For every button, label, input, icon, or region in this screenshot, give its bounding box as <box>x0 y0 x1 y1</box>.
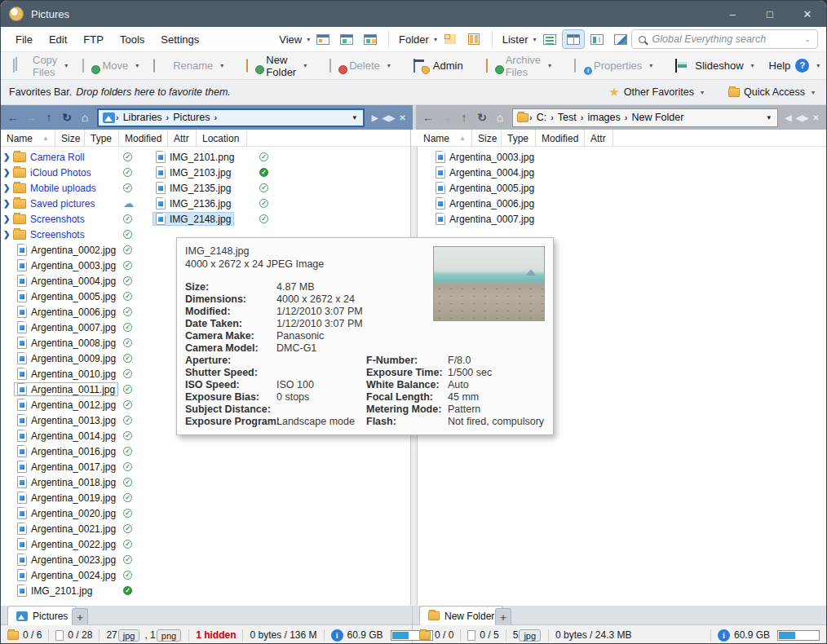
menu-tools[interactable]: Tools <box>112 31 153 48</box>
swap-panes-icon[interactable]: ◀▶ <box>382 113 396 122</box>
folder-row[interactable]: ❯ Mobile uploads <box>3 180 147 196</box>
menu-ftp[interactable]: FTP <box>75 31 112 48</box>
view-menu[interactable]: View <box>276 33 304 46</box>
toggle-dual-icon[interactable]: ▶ <box>368 113 382 122</box>
close-pane-icon[interactable]: ✕ <box>809 113 823 122</box>
folder-row[interactable]: ❯ Camera Roll <box>3 149 147 165</box>
delete-button[interactable]: Delete ▾ <box>322 56 398 76</box>
back-icon[interactable]: ← <box>4 111 22 124</box>
file-row[interactable]: IMG_2101.png <box>153 149 272 165</box>
other-favorites-button[interactable]: ★ Other Favorites ▾ <box>605 82 707 102</box>
file-row[interactable]: IMG_2101.jpg <box>3 583 147 598</box>
folder-row[interactable]: ❯ Saved pictures <box>3 196 147 211</box>
breadcrumb-item[interactable]: images <box>584 112 623 123</box>
expand-chevron-icon[interactable]: ❯ <box>3 230 13 239</box>
forward-icon[interactable]: → <box>22 111 40 124</box>
tab-new-folder[interactable]: New Folder <box>419 606 503 625</box>
extension-badge[interactable]: jpg <box>519 629 541 642</box>
lister-menu[interactable]: Lister <box>500 33 531 46</box>
forward-icon[interactable]: → <box>437 111 455 124</box>
extension-badge[interactable]: jpg <box>118 629 140 642</box>
slideshow-button[interactable]: Slideshow ▾ <box>668 56 761 76</box>
expand-chevron-icon[interactable]: ❯ <box>3 183 13 192</box>
close-button[interactable]: ✕ <box>789 1 826 27</box>
expand-chevron-icon[interactable]: ❯ <box>3 214 13 223</box>
header-type[interactable]: Type <box>85 130 119 147</box>
folder-dual-button[interactable] <box>463 30 484 48</box>
maximize-button[interactable]: □ <box>751 1 789 27</box>
view-thumbnails-button[interactable] <box>360 30 381 48</box>
right-breadcrumb[interactable]: › C: › Test › images <box>512 108 778 127</box>
file-row[interactable]: Argentina_0006.jpg <box>432 196 571 211</box>
file-row[interactable]: Argentina_0023.jpg <box>3 552 147 567</box>
file-row[interactable]: Argentina_0005.jpg <box>3 289 147 304</box>
back-icon[interactable]: ← <box>419 111 437 124</box>
file-row[interactable]: Argentina_0009.jpg <box>3 351 147 366</box>
expand-chevron-icon[interactable]: ❯ <box>3 168 13 177</box>
file-row[interactable]: Argentina_0011.jpg <box>3 382 147 397</box>
refresh-icon[interactable]: ↻ <box>58 111 76 124</box>
lister-single-button[interactable] <box>539 30 560 48</box>
file-row[interactable]: IMG_2103.jpg <box>153 165 272 180</box>
file-row[interactable]: Argentina_0004.jpg <box>432 165 571 180</box>
breadcrumb-item[interactable]: Test <box>555 112 580 123</box>
info-icon[interactable]: i <box>331 629 343 642</box>
file-row[interactable]: Argentina_0024.jpg <box>3 567 147 583</box>
up-icon[interactable]: ↑ <box>40 111 58 124</box>
toggle-dual-icon[interactable]: ◀ <box>781 113 795 122</box>
file-row[interactable]: Argentina_0017.jpg <box>3 459 147 474</box>
lister-dual-button[interactable] <box>563 30 584 48</box>
new-tab-button[interactable]: + <box>495 608 511 625</box>
left-breadcrumb[interactable]: › Libraries › Pictures › ▾ <box>97 108 365 127</box>
header-location[interactable]: Location <box>197 130 247 147</box>
file-row[interactable]: Argentina_0020.jpg <box>3 505 147 521</box>
new-folder-button[interactable]: New Folder ▾ <box>239 51 314 82</box>
header-size[interactable]: Size <box>472 130 502 147</box>
file-row[interactable]: Argentina_0019.jpg <box>3 490 147 505</box>
folder-quad-button[interactable] <box>440 30 461 48</box>
path-dropdown-icon[interactable]: ▾ <box>764 113 773 121</box>
home-icon[interactable]: ⌂ <box>491 111 509 124</box>
menu-settings[interactable]: Settings <box>153 31 207 48</box>
header-modified[interactable]: Modified <box>536 130 585 147</box>
rename-button[interactable]: Rename ▾ <box>146 56 231 76</box>
move-button[interactable]: Move ▾ <box>75 56 146 76</box>
lister-tree-button[interactable] <box>610 30 631 48</box>
file-row[interactable]: Argentina_0002.jpg <box>3 242 147 258</box>
file-row[interactable]: Argentina_0008.jpg <box>3 335 147 351</box>
hidden-count[interactable]: 1 hidden <box>189 629 243 642</box>
header-attr[interactable]: Attr <box>168 130 197 147</box>
file-row[interactable]: Argentina_0005.jpg <box>432 180 571 196</box>
close-pane-icon[interactable]: ✕ <box>396 113 409 122</box>
quick-access-button[interactable]: Quick Access ▾ <box>725 84 818 100</box>
file-row[interactable]: Argentina_0003.jpg <box>432 149 571 165</box>
help-button[interactable]: Help ? ▾ <box>762 55 827 76</box>
expand-chevron-icon[interactable]: ❯ <box>3 152 13 161</box>
header-name[interactable]: Name▲ <box>1 130 55 147</box>
header-size[interactable]: Size <box>55 130 85 147</box>
file-row[interactable]: Argentina_0007.jpg <box>3 320 147 335</box>
breadcrumb-item[interactable]: C: <box>533 112 551 123</box>
view-list-button[interactable] <box>312 30 334 48</box>
admin-button[interactable]: Admin <box>406 56 471 76</box>
archive-files-button[interactable]: Archive Files ▾ <box>479 51 559 82</box>
menu-file[interactable]: File <box>7 31 41 48</box>
copy-files-button[interactable]: Copy Files ▾ <box>6 51 75 82</box>
header-type[interactable]: Type <box>502 130 536 147</box>
file-row[interactable]: Argentina_0006.jpg <box>3 304 147 320</box>
home-icon[interactable]: ⌂ <box>76 111 94 124</box>
breadcrumb-item[interactable]: Pictures <box>170 112 213 123</box>
minimize-button[interactable]: – <box>714 1 751 27</box>
header-attr[interactable]: Attr <box>585 130 613 147</box>
file-row[interactable]: Argentina_0021.jpg <box>3 521 147 536</box>
lister-vertical-button[interactable] <box>586 30 608 48</box>
info-icon[interactable]: i <box>718 629 730 642</box>
expand-chevron-icon[interactable]: ❯ <box>3 199 13 208</box>
file-row[interactable]: Argentina_0012.jpg <box>3 397 147 412</box>
file-row[interactable]: Argentina_0004.jpg <box>3 273 147 289</box>
chevron-down-icon[interactable]: ⌄ <box>804 35 811 43</box>
file-row[interactable]: Argentina_0016.jpg <box>3 443 147 459</box>
file-row[interactable]: IMG_2136.jpg <box>153 196 272 211</box>
file-row[interactable]: Argentina_0013.jpg <box>3 412 147 428</box>
file-row[interactable]: Argentina_0003.jpg <box>3 258 147 273</box>
